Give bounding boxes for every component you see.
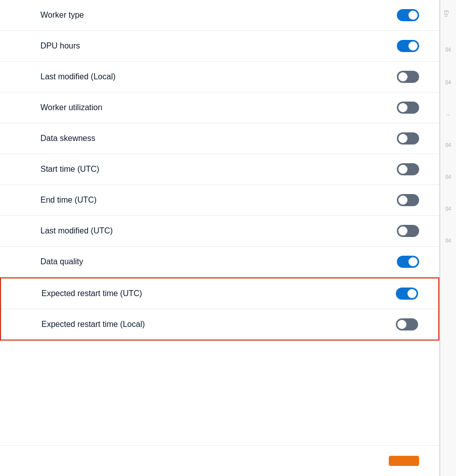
list-item-data-quality: Data quality: [0, 247, 439, 277]
list-item-expected-restart-utc: Expected restart time (UTC): [1, 278, 438, 309]
list-item-last-modified-utc: Last modified (UTC): [0, 216, 439, 247]
list-item-data-skewness: Data skewness: [0, 123, 439, 154]
list-item-worker-utilization: Worker utilization: [0, 92, 439, 123]
item-label-worker-utilization: Worker utilization: [40, 103, 102, 112]
list-item-expected-restart-local: Expected restart time (Local): [1, 309, 438, 340]
toggle-start-time-utc[interactable]: [397, 163, 419, 175]
toggle-expected-restart-utc[interactable]: [396, 288, 418, 300]
highlighted-group: Expected restart time (UTC)Expected rest…: [0, 277, 439, 341]
item-label-expected-restart-utc: Expected restart time (UTC): [41, 289, 142, 298]
side-number-3: 04: [441, 142, 455, 148]
list-item-end-time-utc: End time (UTC): [0, 185, 439, 216]
side-number-2: 04: [441, 80, 455, 85]
cancel-button[interactable]: [358, 456, 379, 466]
list-item-worker-type: Worker type: [0, 0, 439, 31]
item-label-expected-restart-local: Expected restart time (Local): [41, 320, 145, 329]
footer: [0, 445, 439, 476]
toggle-expected-restart-local[interactable]: [396, 318, 418, 330]
item-label-start-time-utc: Start time (UTC): [40, 165, 99, 174]
side-number-5: 04: [441, 206, 455, 212]
item-label-data-skewness: Data skewness: [40, 134, 96, 143]
item-label-end-time-utc: End time (UTC): [40, 196, 97, 205]
toggle-worker-utilization[interactable]: [397, 102, 419, 114]
toggle-last-modified-utc[interactable]: [397, 225, 419, 237]
toggle-data-skewness[interactable]: [397, 132, 419, 145]
modal-overlay: Worker typeDPU hoursLast modified (Local…: [0, 0, 456, 476]
toggle-last-modified-local[interactable]: [397, 71, 419, 83]
list-item-start-time-utc: Start time (UTC): [0, 154, 439, 185]
side-number-1: 04: [441, 47, 455, 53]
side-panel: En 04 04 – 04 04 04 04: [440, 0, 456, 476]
list-item-dpu-hours: DPU hours: [0, 31, 439, 62]
side-number-6: 04: [441, 238, 455, 244]
regular-items-container: Worker typeDPU hoursLast modified (Local…: [0, 0, 439, 277]
side-text-1: En: [443, 10, 449, 17]
confirm-button[interactable]: [389, 456, 419, 466]
item-label-last-modified-utc: Last modified (UTC): [40, 226, 113, 235]
toggle-dpu-hours[interactable]: [397, 40, 419, 52]
toggle-end-time-utc[interactable]: [397, 194, 419, 206]
list-item-last-modified-local: Last modified (Local): [0, 62, 439, 92]
items-list: Worker typeDPU hoursLast modified (Local…: [0, 0, 439, 445]
item-label-data-quality: Data quality: [40, 257, 83, 266]
item-label-last-modified-local: Last modified (Local): [40, 72, 116, 81]
side-separator: –: [441, 112, 455, 117]
toggle-data-quality[interactable]: [397, 256, 419, 268]
modal-panel: Worker typeDPU hoursLast modified (Local…: [0, 0, 440, 476]
item-label-dpu-hours: DPU hours: [40, 41, 80, 51]
item-label-worker-type: Worker type: [40, 11, 84, 20]
toggle-worker-type[interactable]: [397, 9, 419, 21]
side-number-4: 04: [441, 174, 455, 180]
